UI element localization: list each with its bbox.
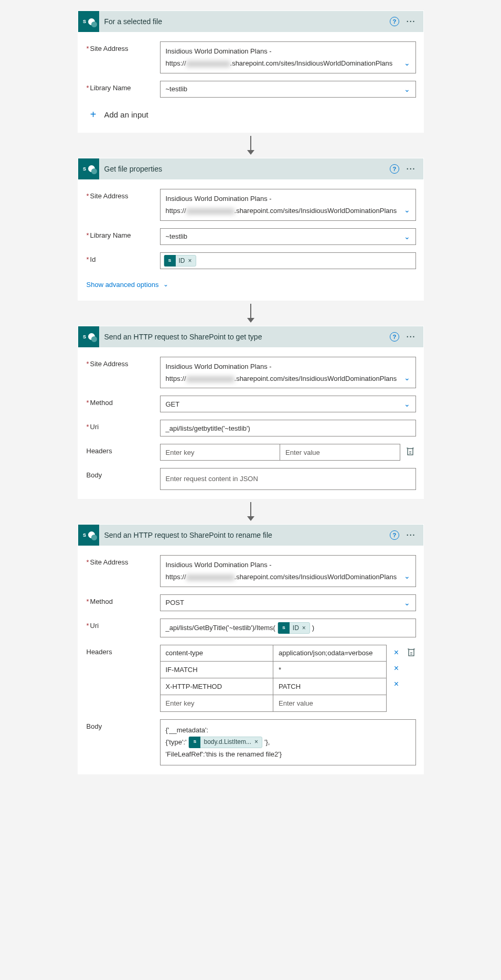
chevron-down-icon[interactable]: ⌄ <box>404 232 410 241</box>
remove-token-icon[interactable]: × <box>254 737 262 748</box>
sharepoint-icon: S <box>78 326 99 347</box>
header-value-input[interactable]: * <box>273 662 387 678</box>
plus-icon: + <box>89 110 98 120</box>
header-value-input[interactable]: Enter value <box>273 695 387 712</box>
body-input[interactable]: {'__metadata': {'type':' S body.d.ListIt… <box>160 719 416 765</box>
chevron-down-icon[interactable]: ⌄ <box>404 599 410 607</box>
action-card-selected-file: S For a selected file ? ··· Site Address… <box>78 10 424 133</box>
library-name-combo[interactable]: ~testlib ⌄ <box>160 228 416 245</box>
action-card-get-properties: S Get file properties ? ··· Site Address… <box>78 158 424 301</box>
header-row: IF-MATCH * <box>160 662 387 678</box>
method-label: Method <box>87 396 160 407</box>
dynamic-token-id[interactable]: S ID × <box>278 622 310 634</box>
help-icon[interactable]: ? <box>390 17 399 26</box>
chevron-down-icon[interactable]: ⌄ <box>404 57 410 70</box>
card-title: For a selected file <box>104 17 385 26</box>
remove-token-icon[interactable]: × <box>302 624 310 632</box>
remove-header-icon[interactable]: × <box>391 664 402 673</box>
header-key-input[interactable]: IF-MATCH <box>160 662 274 678</box>
card-title: Get file properties <box>104 165 385 173</box>
sharepoint-icon: S <box>278 622 290 634</box>
sharepoint-icon: S <box>78 11 99 32</box>
site-address-combo[interactable]: Insidious World Domination Plans - https… <box>160 41 416 73</box>
chevron-down-icon[interactable]: ⌄ <box>404 371 410 385</box>
help-icon[interactable]: ? <box>390 164 399 174</box>
headers-label: Headers <box>87 645 160 656</box>
chevron-down-icon[interactable]: ⌄ <box>404 204 410 217</box>
chevron-down-icon[interactable]: ⌄ <box>404 400 410 408</box>
site-address-combo[interactable]: Insidious World Domination Plans - https… <box>160 357 416 389</box>
site-address-combo[interactable]: Insidious World Domination Plans - https… <box>160 555 416 587</box>
header-value-input[interactable]: Enter value <box>280 444 400 461</box>
dynamic-token-body[interactable]: S body.d.ListItem... × <box>188 737 262 748</box>
remove-header-icon[interactable]: × <box>391 648 402 657</box>
overflow-menu-icon[interactable]: ··· <box>407 336 416 338</box>
help-icon[interactable]: ? <box>390 332 399 342</box>
flow-arrow-icon <box>247 502 254 521</box>
chevron-down-icon[interactable]: ⌄ <box>404 85 410 93</box>
body-label: Body <box>87 719 160 730</box>
site-address-label: Site Address <box>87 41 160 52</box>
site-address-label: Site Address <box>87 555 160 566</box>
header-key-input[interactable]: Enter key <box>160 444 281 461</box>
dynamic-token-id[interactable]: S ID × <box>164 255 196 267</box>
switch-text-mode-icon[interactable] <box>406 447 415 456</box>
header-value-input[interactable]: application/json;odata=verbose <box>273 645 387 662</box>
site-address-label: Site Address <box>87 357 160 368</box>
uri-input[interactable]: _api/lists/GetByTitle('~testlib')/Items(… <box>160 619 416 637</box>
chevron-down-icon[interactable]: ⌄ <box>404 570 410 583</box>
header-key-input[interactable]: content-type <box>160 645 274 662</box>
card-header[interactable]: S Send an HTTP request to SharePoint to … <box>78 326 423 347</box>
sharepoint-icon: S <box>164 255 176 267</box>
overflow-menu-icon[interactable]: ··· <box>407 168 416 170</box>
sharepoint-icon: S <box>78 158 99 179</box>
card-header[interactable]: S Send an HTTP request to SharePoint to … <box>78 525 423 546</box>
card-header[interactable]: S Get file properties ? ··· <box>78 158 423 179</box>
id-input[interactable]: S ID × <box>160 252 416 269</box>
card-header[interactable]: S For a selected file ? ··· <box>78 11 423 32</box>
header-row: Enter key Enter value <box>160 444 400 461</box>
method-label: Method <box>87 594 160 605</box>
show-advanced-options[interactable]: Show advanced options ⌄ <box>87 276 416 295</box>
id-label: Id <box>87 252 160 263</box>
help-icon[interactable]: ? <box>390 530 399 540</box>
card-title: Send an HTTP request to SharePoint to re… <box>104 531 385 539</box>
add-input-button[interactable]: + Add an input <box>87 105 416 127</box>
headers-label: Headers <box>87 444 160 455</box>
library-name-label: Library Name <box>87 228 160 239</box>
action-card-http-get-type: S Send an HTTP request to SharePoint to … <box>78 326 424 499</box>
library-name-combo[interactable]: ~testlib ⌄ <box>160 81 416 98</box>
site-address-combo[interactable]: Insidious World Domination Plans - https… <box>160 189 416 221</box>
sharepoint-icon: S <box>189 737 200 748</box>
uri-label: Uri <box>87 619 160 630</box>
flow-arrow-icon <box>247 304 254 323</box>
header-row: content-type application/json;odata=verb… <box>160 645 387 662</box>
header-row: X-HTTP-METHOD PATCH <box>160 678 387 695</box>
remove-token-icon[interactable]: × <box>188 257 196 264</box>
header-value-input[interactable]: PATCH <box>273 678 387 695</box>
header-key-input[interactable]: Enter key <box>160 695 274 712</box>
remove-header-icon[interactable]: × <box>391 679 402 689</box>
flow-arrow-icon <box>247 136 254 155</box>
switch-text-mode-icon[interactable] <box>407 648 416 657</box>
body-label: Body <box>87 468 160 479</box>
card-title: Send an HTTP request to SharePoint to ge… <box>104 333 385 341</box>
uri-label: Uri <box>87 420 160 431</box>
overflow-menu-icon[interactable]: ··· <box>407 20 416 23</box>
header-row: Enter key Enter value <box>160 695 387 712</box>
body-input[interactable]: Enter request content in JSON <box>160 468 416 489</box>
uri-input[interactable]: _api/lists/getbytitle('~testlib') <box>160 420 416 436</box>
method-combo[interactable]: POST ⌄ <box>160 594 416 611</box>
action-card-http-rename: S Send an HTTP request to SharePoint to … <box>78 524 424 774</box>
header-key-input[interactable]: X-HTTP-METHOD <box>160 678 274 695</box>
chevron-down-icon: ⌄ <box>163 281 168 288</box>
site-address-label: Site Address <box>87 189 160 200</box>
sharepoint-icon: S <box>78 525 99 546</box>
method-combo[interactable]: GET ⌄ <box>160 396 416 412</box>
library-name-label: Library Name <box>87 81 160 92</box>
overflow-menu-icon[interactable]: ··· <box>407 534 416 536</box>
